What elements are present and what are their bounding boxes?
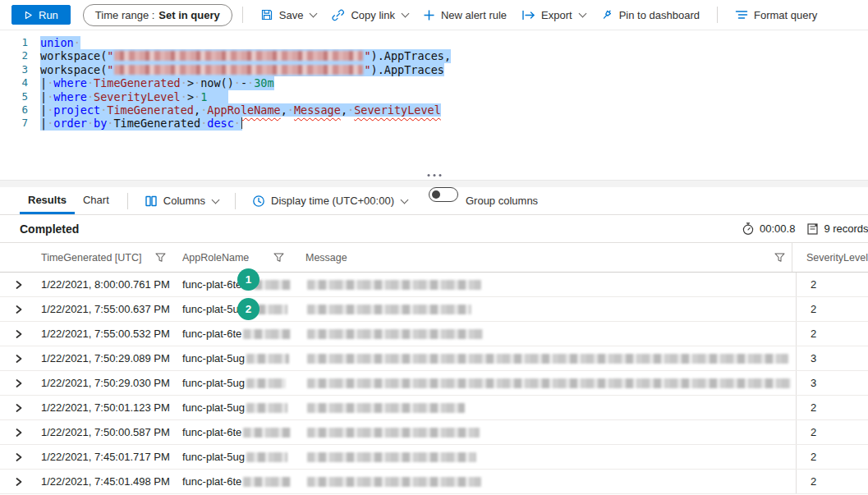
header-approlename[interactable]: AppRoleName (182, 252, 305, 264)
table-row[interactable]: 1/22/2021, 7:55:00.637 PMfunc-plat-5ug2 (0, 297, 868, 322)
table-row[interactable]: 1/22/2021, 7:50:29.089 PMfunc-plat-5ug3 (0, 346, 868, 371)
columns-icon (145, 195, 158, 208)
editor-line[interactable]: 7|·order·by·TimeGenerated·desc· (0, 117, 868, 130)
expand-row-icon (15, 379, 23, 387)
columns-label: Columns (163, 195, 205, 207)
run-button[interactable]: Run (11, 5, 71, 25)
cell-severitylevel: 2 (796, 470, 868, 493)
expand-row-button[interactable] (0, 404, 38, 412)
cell-message (305, 452, 796, 462)
cell-timegenerated: 1/22/2021, 7:55:00.637 PM (38, 303, 182, 315)
cell-approlename-text: func-plat-5ug (182, 401, 245, 414)
cell-approlename: func-plat-5ug (182, 451, 305, 463)
save-button[interactable]: Save (253, 3, 324, 26)
filter-icon[interactable] (774, 253, 785, 263)
cell-message (305, 403, 796, 413)
table-row[interactable]: 1/22/2021, 7:50:01.123 PMfunc-plat-5ug2 (0, 396, 868, 420)
expand-row-icon (15, 330, 23, 338)
new-alert-rule-label: New alert rule (441, 9, 507, 21)
chevron-down-icon (401, 10, 409, 18)
annotation-callout-1: 1 (237, 268, 259, 291)
pin-to-dashboard-button[interactable]: Pin to dashboard (593, 3, 707, 26)
cell-message (305, 329, 796, 339)
drag-handle-dots[interactable] (433, 174, 435, 176)
table-row[interactable]: 1/22/2021, 7:45:01.498 PMfunc-plat-6te2 (0, 470, 868, 494)
display-time-button[interactable]: Display time (UTC+00:00) (246, 187, 414, 214)
expand-row-button[interactable] (0, 281, 38, 289)
filter-icon[interactable] (155, 253, 166, 263)
new-alert-rule-button[interactable]: New alert rule (416, 3, 514, 26)
time-range-value: Set in query (158, 9, 219, 21)
expand-row-button[interactable] (0, 478, 38, 486)
editor-line[interactable]: 1union· (0, 36, 868, 49)
redacted-message (307, 329, 483, 339)
expand-row-button[interactable] (0, 379, 38, 387)
cell-timegenerated: 1/22/2021, 7:45:01.717 PM (38, 451, 182, 463)
tab-chart[interactable]: Chart (75, 187, 117, 214)
results-grid: TimeGenerated [UTC] AppRoleName Message … (0, 243, 868, 494)
expand-row-icon (15, 478, 23, 486)
line-number: 7 (0, 117, 40, 130)
filter-icon[interactable] (273, 253, 284, 263)
redacted-approlename (243, 477, 291, 487)
copy-link-button[interactable]: Copy link (324, 3, 415, 26)
cell-approlename: func-plat-6te (182, 328, 305, 340)
text-cursor (241, 117, 243, 129)
cell-message (305, 305, 796, 314)
expand-row-button[interactable] (0, 355, 38, 363)
cell-approlename: func-plat-5ug (182, 377, 305, 389)
line-number: 1 (0, 36, 40, 49)
group-columns-toggle[interactable] (429, 187, 458, 202)
cell-approlename-text: func-plat-5ug (182, 352, 245, 364)
header-severitylevel[interactable]: SeverityLevel (792, 243, 868, 272)
format-query-icon (735, 9, 748, 21)
cell-approlename-text: func-plat-6te (182, 328, 241, 340)
redacted-approlename (246, 378, 286, 388)
redacted-approlename (246, 452, 287, 462)
editor-line[interactable]: 3workspace("").AppTraces (0, 63, 868, 76)
header-message[interactable]: Message (305, 252, 792, 264)
expand-row-button[interactable] (0, 453, 38, 461)
query-status-bar: Completed 00:00.8 9 records (0, 215, 868, 243)
cell-approlename-text: func-plat-5ug (182, 451, 245, 463)
save-icon (260, 8, 273, 21)
table-row[interactable]: 1/22/2021, 7:55:00.532 PMfunc-plat-6te2 (0, 322, 868, 346)
table-row[interactable]: 1/22/2021, 7:50:29.030 PMfunc-plat-5ug3 (0, 371, 868, 396)
expand-row-button[interactable] (0, 305, 38, 314)
editor-line[interactable]: 5|·where·SeverityLevel·>·1 (0, 90, 868, 103)
redacted-message (307, 378, 791, 388)
group-columns-label: Group columns (466, 187, 538, 214)
chevron-down-icon (578, 10, 586, 18)
editor-line[interactable]: 6|·project·TimeGenerated,·AppRoleName,·M… (0, 103, 868, 117)
line-number: 6 (0, 103, 40, 117)
expand-row-button[interactable] (0, 330, 38, 338)
cell-severitylevel: 2 (796, 322, 868, 346)
table-row[interactable]: 1/22/2021, 8:00:00.761 PMfunc-plat-6te2 (0, 273, 868, 297)
editor-line[interactable]: 4|·where·TimeGenerated·>·now()·-·30m (0, 76, 868, 89)
line-number: 4 (0, 76, 40, 89)
cell-severitylevel: 2 (796, 273, 868, 296)
time-range-picker[interactable]: Time range : Set in query (83, 4, 232, 26)
columns-button[interactable]: Columns (138, 187, 225, 214)
tab-results[interactable]: Results (20, 187, 75, 214)
query-toolbar: Run Time range : Set in query Save Copy … (0, 0, 868, 30)
cell-severitylevel: 2 (796, 396, 868, 419)
query-editor[interactable]: 1union·2workspace("").AppTraces,3workspa… (0, 30, 868, 180)
format-query-button[interactable]: Format query (728, 3, 824, 26)
expand-row-icon (15, 404, 23, 412)
expand-row-button[interactable] (0, 429, 38, 437)
clock-icon (252, 195, 265, 208)
plus-icon (423, 9, 435, 21)
cell-approlename: func-plat-6te (182, 426, 305, 438)
table-row[interactable]: 1/22/2021, 7:45:01.717 PMfunc-plat-5ug2 (0, 445, 868, 470)
header-timegenerated[interactable]: TimeGenerated [UTC] (38, 252, 182, 264)
table-row[interactable]: 1/22/2021, 7:50:00.587 PMfunc-plat-6te2 (0, 420, 868, 445)
redacted-workspace-id (114, 51, 363, 61)
header-timegenerated-label: TimeGenerated [UTC] (41, 252, 142, 264)
cell-approlename-text: func-plat-6te (182, 426, 241, 438)
editor-line[interactable]: 2workspace("").AppTraces, (0, 49, 868, 62)
expand-row-icon (15, 305, 23, 314)
panel-resize-handle[interactable] (0, 180, 868, 187)
redacted-approlename (246, 354, 289, 364)
export-button[interactable]: Export (514, 3, 593, 26)
